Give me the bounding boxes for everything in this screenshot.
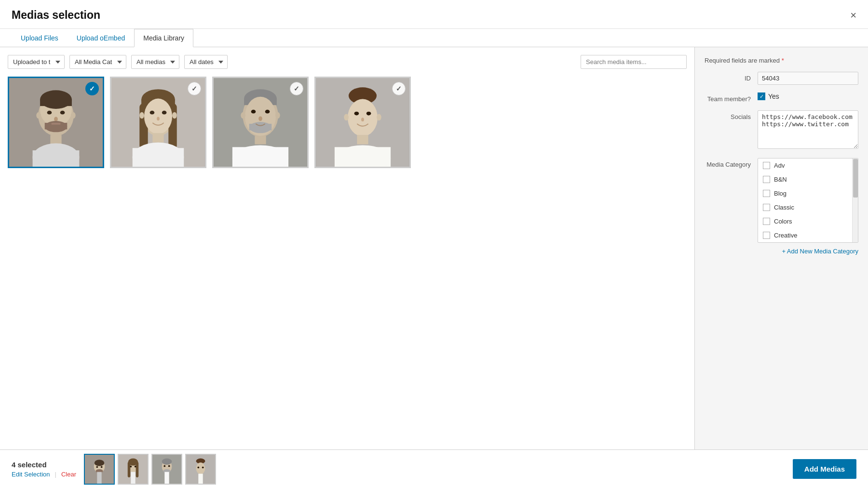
category-label-colors: Colors [774, 218, 792, 225]
close-button[interactable]: × [850, 10, 856, 27]
category-checkbox-blog[interactable] [763, 190, 770, 197]
svg-point-70 [130, 465, 132, 467]
svg-rect-26 [152, 133, 163, 142]
svg-rect-4 [40, 100, 72, 106]
svg-rect-53 [357, 135, 368, 144]
list-item[interactable]: Classic [758, 200, 858, 214]
team-member-checkbox[interactable] [758, 92, 765, 100]
tab-upload-oembed[interactable]: Upload oEmbed [68, 29, 134, 47]
edit-selection-link[interactable]: Edit Selection [12, 471, 50, 478]
media-category-label: Media Category [705, 158, 758, 168]
dates-filter[interactable]: All dates [184, 55, 228, 69]
modal-title: Medias selection [12, 9, 100, 28]
actions-separator: | [55, 471, 56, 478]
thumbnail[interactable] [84, 454, 115, 485]
svg-point-36 [251, 110, 256, 114]
svg-point-75 [162, 458, 172, 464]
category-label-creative: Creative [774, 232, 797, 239]
svg-point-29 [139, 112, 144, 119]
media-item[interactable]: ✓ [110, 77, 206, 168]
team-member-checkbox-row: Yes [758, 92, 858, 100]
svg-rect-86 [198, 474, 203, 484]
svg-point-51 [366, 112, 371, 116]
list-item[interactable]: Colors [758, 214, 858, 228]
tab-upload-files[interactable]: Upload Files [12, 29, 68, 47]
svg-rect-10 [51, 123, 60, 125]
team-member-label: Team member? [705, 92, 758, 103]
svg-rect-11 [50, 135, 61, 144]
svg-point-6 [60, 111, 65, 115]
svg-rect-13 [33, 150, 80, 167]
svg-point-37 [265, 110, 270, 114]
checkmark-icon: ✓ [392, 82, 406, 95]
tab-media-library[interactable]: Media Library [134, 29, 193, 47]
add-new-category-link[interactable]: + Add New Media Category [758, 248, 858, 255]
svg-rect-69 [136, 462, 139, 477]
selected-actions: Edit Selection | Clear [12, 471, 76, 478]
svg-rect-64 [97, 472, 101, 483]
media-grid: ✓ [8, 77, 687, 442]
category-label-bn: B&N [774, 176, 787, 183]
thumbnail[interactable] [151, 454, 182, 485]
socials-textarea[interactable]: https://www.facebook.com https://www.twi… [758, 110, 858, 149]
media-item[interactable]: ✓ [314, 77, 411, 168]
bottom-bar: 4 selected Edit Selection | Clear [0, 449, 868, 488]
modal: Medias selection × Upload Files Upload o… [0, 0, 868, 488]
svg-point-45 [275, 112, 280, 119]
media-type-filter[interactable]: All medias [131, 55, 179, 69]
clear-link[interactable]: Clear [61, 471, 76, 478]
svg-rect-68 [128, 462, 131, 477]
checkmark-icon: ✓ [290, 82, 303, 95]
svg-point-25 [157, 117, 160, 120]
list-item[interactable]: Creative [758, 228, 858, 242]
thumbnail[interactable] [185, 454, 216, 485]
svg-point-52 [361, 118, 364, 121]
category-checkbox-creative[interactable] [763, 232, 770, 239]
category-checkbox-adv[interactable] [763, 162, 770, 169]
category-checkbox-classic[interactable] [763, 204, 770, 211]
svg-point-56 [344, 114, 349, 121]
category-checkbox-bn[interactable] [763, 176, 770, 183]
media-item[interactable]: ✓ [212, 77, 309, 168]
socials-field-row: Socials https://www.facebook.com https:/… [705, 110, 858, 150]
selected-count: 4 selected [12, 461, 76, 469]
id-label: ID [705, 72, 758, 82]
add-medias-button[interactable]: Add Medias [793, 459, 856, 479]
id-input[interactable] [758, 72, 858, 85]
uploaded-to-filter[interactable]: Uploaded to t [8, 55, 65, 69]
selected-thumbnails [84, 454, 216, 485]
svg-rect-41 [255, 136, 266, 144]
search-input[interactable] [581, 55, 687, 69]
list-item[interactable]: Adv [758, 158, 858, 172]
required-note: Required fields are marked * [705, 57, 858, 64]
svg-point-5 [47, 111, 52, 115]
media-item[interactable]: ✓ [8, 77, 104, 168]
svg-point-84 [197, 466, 199, 468]
list-item[interactable]: Blog [758, 186, 858, 200]
category-label-adv: Adv [774, 162, 785, 169]
svg-point-23 [150, 111, 155, 115]
svg-point-85 [202, 466, 204, 468]
filters-bar: Uploaded to t All Media Cat All medias A… [8, 55, 687, 69]
main-content: Uploaded to t All Media Cat All medias A… [0, 47, 868, 449]
svg-rect-28 [133, 148, 184, 167]
svg-point-77 [168, 465, 170, 467]
team-member-yes-label: Yes [768, 92, 779, 100]
svg-point-30 [172, 112, 177, 119]
svg-point-62 [101, 466, 103, 468]
svg-point-76 [163, 465, 165, 467]
category-checkbox-colors[interactable] [763, 218, 770, 225]
media-category-filter[interactable]: All Media Cat [69, 55, 126, 69]
svg-point-60 [95, 460, 105, 466]
svg-rect-39 [249, 124, 271, 131]
socials-label: Socials [705, 110, 758, 120]
svg-point-57 [377, 114, 381, 121]
list-item[interactable]: B&N [758, 172, 858, 186]
category-scrollbar[interactable] [852, 158, 858, 242]
team-member-field-row: Team member? Yes [705, 92, 858, 103]
category-scrollbar-thumb [853, 159, 858, 198]
svg-rect-72 [131, 472, 135, 483]
category-label-classic: Classic [774, 204, 794, 211]
thumbnail[interactable] [118, 454, 149, 485]
svg-point-22 [144, 99, 172, 134]
